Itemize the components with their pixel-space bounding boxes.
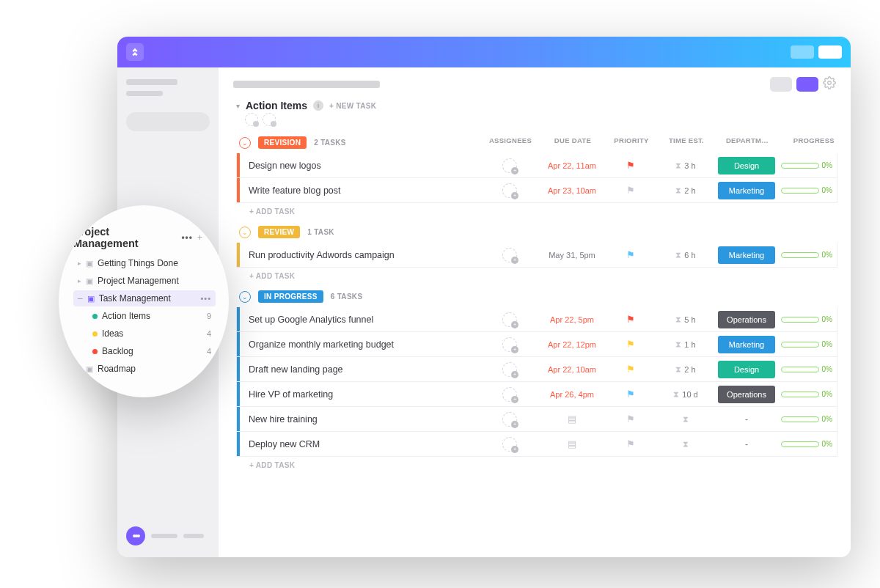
time-estimate-cell[interactable]: ⧗6 h	[656, 250, 715, 260]
department-tag[interactable]: Operations	[718, 386, 775, 403]
collapse-icon[interactable]: ⌄	[239, 137, 251, 149]
collapse-icon[interactable]: ⌄	[239, 291, 251, 303]
progress-cell[interactable]: 0%	[778, 251, 837, 259]
progress-cell[interactable]: 0%	[778, 415, 837, 423]
sidebar-list[interactable]: Backlog4	[73, 343, 216, 359]
department-tag[interactable]: Marketing	[718, 182, 775, 199]
priority-flag-icon[interactable]: ⚑	[626, 339, 635, 350]
progress-cell[interactable]: 0%	[778, 186, 837, 194]
chat-icon[interactable]: •••	[126, 526, 145, 545]
task-title[interactable]: Deploy new CRM	[240, 439, 480, 449]
due-date-cell[interactable]: Apr 22, 11am	[539, 161, 605, 170]
time-estimate-cell[interactable]: ⧗	[656, 414, 715, 424]
priority-flag-icon[interactable]: ⚑	[626, 414, 635, 425]
task-title[interactable]: Run productivity Adwords campaign	[240, 250, 480, 260]
task-title[interactable]: New hire training	[240, 414, 480, 425]
assignee-add-icon[interactable]	[502, 183, 517, 198]
time-estimate-cell[interactable]: ⧗10 d	[656, 389, 715, 399]
info-icon[interactable]: i	[313, 100, 323, 111]
sidebar-list[interactable]: Action Items9	[73, 308, 216, 324]
progress-cell[interactable]: 0%	[778, 365, 837, 373]
priority-flag-icon[interactable]: ⚑	[626, 314, 635, 325]
task-row[interactable]: Hire VP of marketing Apr 26, 4pm ⚑ ⧗10 d…	[236, 382, 837, 407]
task-row[interactable]: Run productivity Adwords campaign May 31…	[236, 243, 837, 268]
assignee-add-icon[interactable]	[502, 248, 517, 262]
progress-cell[interactable]: 0%	[778, 315, 837, 323]
add-icon[interactable]: +	[197, 232, 202, 243]
priority-flag-icon[interactable]: ⚑	[626, 364, 635, 375]
due-date-cell[interactable]: Apr 23, 10am	[539, 186, 605, 195]
filter-assignee-icon[interactable]	[263, 113, 276, 126]
add-task-button[interactable]: + ADD TASK	[236, 203, 837, 218]
task-row[interactable]: New hire training ▤ ⚑ ⧗ - 0%	[236, 407, 837, 432]
due-date-cell[interactable]: ▤	[539, 438, 605, 449]
view-toggle-1[interactable]	[770, 77, 792, 92]
app-logo-icon[interactable]	[126, 43, 144, 61]
task-title[interactable]: Set up Google Analytics funnel	[240, 315, 480, 325]
sidebar-list[interactable]: Ideas4	[73, 326, 216, 342]
priority-flag-icon[interactable]: ⚑	[626, 389, 635, 400]
task-row[interactable]: Deploy new CRM ▤ ⚑ ⧗ - 0%	[236, 432, 837, 457]
progress-cell[interactable]: 0%	[778, 340, 837, 348]
add-task-button[interactable]: + ADD TASK	[236, 268, 837, 283]
task-title[interactable]: Write feature blog post	[240, 185, 480, 196]
assignee-add-icon[interactable]	[502, 437, 517, 452]
hourglass-icon[interactable]: ⧗	[683, 414, 689, 424]
task-row[interactable]: Organize monthly marketing budget Apr 22…	[236, 332, 837, 357]
task-row[interactable]: Design new logos Apr 22, 11am ⚑ ⧗3 h Des…	[236, 153, 837, 178]
status-tag[interactable]: IN PROGRESS	[258, 290, 323, 303]
priority-flag-icon[interactable]: ⚑	[626, 185, 635, 196]
assignee-add-icon[interactable]	[502, 158, 517, 173]
filter-flag-icon[interactable]	[245, 113, 258, 126]
time-estimate-cell[interactable]: ⧗3 h	[656, 161, 715, 170]
progress-cell[interactable]: 0%	[778, 161, 837, 169]
assignee-add-icon[interactable]	[502, 312, 517, 327]
add-task-button[interactable]: + ADD TASK	[236, 457, 837, 472]
assignee-add-icon[interactable]	[502, 387, 517, 402]
more-icon[interactable]: •••	[200, 294, 211, 303]
collapse-icon[interactable]: ⌄	[239, 227, 251, 238]
time-estimate-cell[interactable]: ⧗2 h	[656, 364, 715, 374]
department-tag[interactable]: Marketing	[718, 336, 775, 353]
gear-icon[interactable]	[823, 76, 836, 92]
time-estimate-cell[interactable]: ⧗5 h	[656, 315, 715, 324]
status-tag[interactable]: REVISION	[258, 136, 307, 149]
department-tag[interactable]: Marketing	[718, 246, 775, 264]
assignee-add-icon[interactable]	[502, 337, 517, 352]
time-estimate-cell[interactable]: ⧗1 h	[656, 339, 715, 349]
priority-flag-icon[interactable]: ⚑	[626, 438, 635, 449]
sidebar-folder[interactable]: ▸▣Project Management	[73, 273, 216, 289]
due-date-cell[interactable]: Apr 22, 10am	[539, 365, 605, 374]
progress-cell[interactable]: 0%	[778, 440, 837, 448]
department-empty[interactable]: -	[745, 414, 748, 425]
view-toggle-2[interactable]	[796, 77, 818, 92]
topbar-action-2[interactable]	[818, 45, 842, 59]
calendar-icon[interactable]: ▤	[568, 414, 576, 425]
department-empty[interactable]: -	[745, 439, 748, 449]
sidebar-search[interactable]	[126, 112, 210, 131]
sidebar-folder[interactable]: –▣Task Management•••	[73, 290, 216, 306]
task-row[interactable]: Write feature blog post Apr 23, 10am ⚑ ⧗…	[236, 178, 837, 203]
hourglass-icon[interactable]: ⧗	[683, 439, 689, 449]
more-icon[interactable]: •••	[181, 232, 193, 243]
department-tag[interactable]: Design	[718, 157, 775, 174]
priority-flag-icon[interactable]: ⚑	[626, 249, 635, 260]
calendar-icon[interactable]: ▤	[568, 438, 576, 449]
due-date-cell[interactable]: Apr 22, 5pm	[539, 315, 605, 324]
task-row[interactable]: Set up Google Analytics funnel Apr 22, 5…	[236, 307, 837, 332]
assignee-add-icon[interactable]	[502, 412, 517, 427]
sidebar-folder[interactable]: ▸▣Roadmap	[73, 361, 216, 377]
collapse-caret-icon[interactable]: ▾	[236, 102, 240, 110]
task-title[interactable]: Organize monthly marketing budget	[240, 339, 480, 350]
task-title[interactable]: Design new logos	[240, 161, 480, 171]
status-tag[interactable]: REVIEW	[258, 226, 300, 238]
due-date-cell[interactable]: Apr 22, 12pm	[539, 340, 605, 349]
task-row[interactable]: Draft new landing page Apr 22, 10am ⚑ ⧗2…	[236, 357, 837, 382]
progress-cell[interactable]: 0%	[778, 390, 837, 398]
due-date-cell[interactable]: ▤	[539, 414, 605, 425]
time-estimate-cell[interactable]: ⧗2 h	[656, 185, 715, 195]
due-date-cell[interactable]: Apr 26, 4pm	[539, 390, 605, 399]
task-title[interactable]: Draft new landing page	[240, 364, 480, 375]
department-tag[interactable]: Operations	[718, 311, 775, 328]
topbar-action-1[interactable]	[791, 45, 814, 59]
